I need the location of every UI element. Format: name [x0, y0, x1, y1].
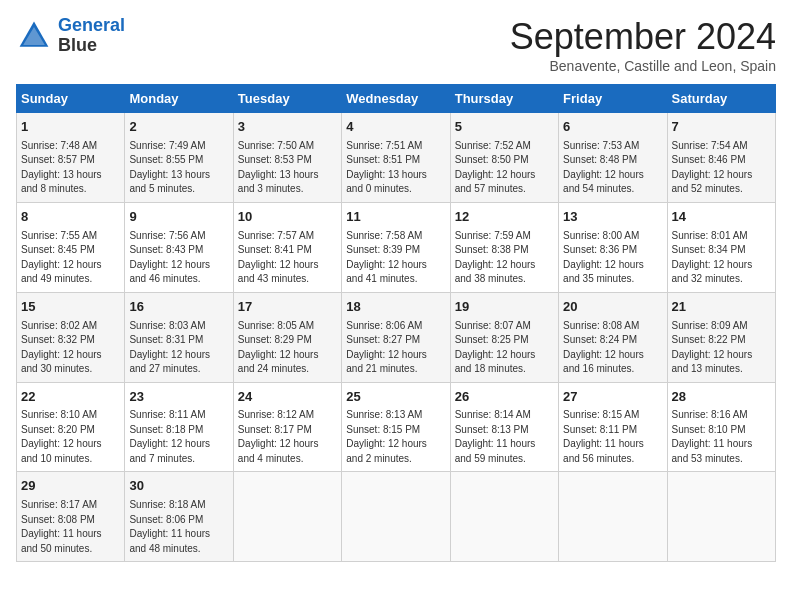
weekday-header-wednesday: Wednesday	[342, 85, 450, 113]
day-info-line: Daylight: 12 hours	[129, 348, 228, 363]
calendar-cell: 25Sunrise: 8:13 AMSunset: 8:15 PMDayligh…	[342, 382, 450, 472]
day-info-line: Sunrise: 8:10 AM	[21, 408, 120, 423]
day-info-line: and 7 minutes.	[129, 452, 228, 467]
day-info-line: Sunrise: 7:56 AM	[129, 229, 228, 244]
calendar-cell: 30Sunrise: 8:18 AMSunset: 8:06 PMDayligh…	[125, 472, 233, 562]
day-number: 6	[563, 118, 662, 137]
day-info-line: Sunrise: 7:57 AM	[238, 229, 337, 244]
day-info-line: Sunrise: 7:50 AM	[238, 139, 337, 154]
day-info-line: Sunset: 8:27 PM	[346, 333, 445, 348]
day-info-line: Sunrise: 8:08 AM	[563, 319, 662, 334]
weekday-header-saturday: Saturday	[667, 85, 775, 113]
day-info-line: Daylight: 12 hours	[672, 168, 771, 183]
day-info-line: Sunrise: 8:16 AM	[672, 408, 771, 423]
day-number: 20	[563, 298, 662, 317]
calendar-cell: 22Sunrise: 8:10 AMSunset: 8:20 PMDayligh…	[17, 382, 125, 472]
day-info-line: and 41 minutes.	[346, 272, 445, 287]
day-info-line: Daylight: 12 hours	[346, 437, 445, 452]
day-info-line: and 48 minutes.	[129, 542, 228, 557]
day-info-line: Sunrise: 8:06 AM	[346, 319, 445, 334]
day-info-line: Daylight: 13 hours	[346, 168, 445, 183]
calendar-cell: 9Sunrise: 7:56 AMSunset: 8:43 PMDaylight…	[125, 202, 233, 292]
week-row-5: 29Sunrise: 8:17 AMSunset: 8:08 PMDayligh…	[17, 472, 776, 562]
day-number: 5	[455, 118, 554, 137]
day-info-line: Sunrise: 7:55 AM	[21, 229, 120, 244]
day-info-line: Daylight: 12 hours	[238, 258, 337, 273]
day-number: 9	[129, 208, 228, 227]
day-info-line: and 24 minutes.	[238, 362, 337, 377]
calendar-cell: 7Sunrise: 7:54 AMSunset: 8:46 PMDaylight…	[667, 113, 775, 203]
day-number: 14	[672, 208, 771, 227]
day-info-line: Daylight: 12 hours	[563, 348, 662, 363]
calendar-cell: 26Sunrise: 8:14 AMSunset: 8:13 PMDayligh…	[450, 382, 558, 472]
calendar-cell: 27Sunrise: 8:15 AMSunset: 8:11 PMDayligh…	[559, 382, 667, 472]
calendar-cell: 3Sunrise: 7:50 AMSunset: 8:53 PMDaylight…	[233, 113, 341, 203]
calendar-cell: 21Sunrise: 8:09 AMSunset: 8:22 PMDayligh…	[667, 292, 775, 382]
logo-text: General Blue	[58, 16, 125, 56]
day-info-line: Sunset: 8:57 PM	[21, 153, 120, 168]
day-number: 10	[238, 208, 337, 227]
day-info-line: Sunset: 8:29 PM	[238, 333, 337, 348]
day-number: 17	[238, 298, 337, 317]
calendar-cell	[450, 472, 558, 562]
day-info-line: Sunset: 8:43 PM	[129, 243, 228, 258]
calendar-cell: 18Sunrise: 8:06 AMSunset: 8:27 PMDayligh…	[342, 292, 450, 382]
day-number: 22	[21, 388, 120, 407]
day-info-line: and 46 minutes.	[129, 272, 228, 287]
day-info-line: Sunrise: 8:15 AM	[563, 408, 662, 423]
day-info-line: Sunrise: 8:03 AM	[129, 319, 228, 334]
day-info-line: Sunrise: 8:01 AM	[672, 229, 771, 244]
day-info-line: Sunrise: 7:58 AM	[346, 229, 445, 244]
month-title: September 2024	[510, 16, 776, 58]
day-info-line: Daylight: 13 hours	[21, 168, 120, 183]
calendar-cell: 8Sunrise: 7:55 AMSunset: 8:45 PMDaylight…	[17, 202, 125, 292]
day-info-line: and 18 minutes.	[455, 362, 554, 377]
calendar-cell: 14Sunrise: 8:01 AMSunset: 8:34 PMDayligh…	[667, 202, 775, 292]
day-info-line: Sunset: 8:13 PM	[455, 423, 554, 438]
day-info-line: Daylight: 13 hours	[129, 168, 228, 183]
day-info-line: Sunrise: 8:00 AM	[563, 229, 662, 244]
day-info-line: Sunset: 8:20 PM	[21, 423, 120, 438]
week-row-2: 8Sunrise: 7:55 AMSunset: 8:45 PMDaylight…	[17, 202, 776, 292]
day-info-line: Sunrise: 7:48 AM	[21, 139, 120, 154]
day-info-line: Daylight: 12 hours	[21, 437, 120, 452]
day-info-line: Daylight: 12 hours	[346, 348, 445, 363]
logo-icon	[16, 18, 52, 54]
day-info-line: and 56 minutes.	[563, 452, 662, 467]
day-info-line: Sunrise: 8:05 AM	[238, 319, 337, 334]
day-info-line: Daylight: 12 hours	[672, 258, 771, 273]
day-number: 18	[346, 298, 445, 317]
day-info-line: and 2 minutes.	[346, 452, 445, 467]
day-number: 2	[129, 118, 228, 137]
day-info-line: Daylight: 12 hours	[455, 168, 554, 183]
day-info-line: and 57 minutes.	[455, 182, 554, 197]
day-info-line: Sunset: 8:36 PM	[563, 243, 662, 258]
day-info-line: Daylight: 11 hours	[129, 527, 228, 542]
day-info-line: Daylight: 12 hours	[129, 437, 228, 452]
day-info-line: Daylight: 13 hours	[238, 168, 337, 183]
calendar-cell	[233, 472, 341, 562]
week-row-3: 15Sunrise: 8:02 AMSunset: 8:32 PMDayligh…	[17, 292, 776, 382]
day-number: 13	[563, 208, 662, 227]
day-number: 24	[238, 388, 337, 407]
day-info-line: and 10 minutes.	[21, 452, 120, 467]
day-number: 15	[21, 298, 120, 317]
day-info-line: Daylight: 12 hours	[672, 348, 771, 363]
day-info-line: and 50 minutes.	[21, 542, 120, 557]
day-info-line: Daylight: 12 hours	[21, 348, 120, 363]
day-info-line: Daylight: 11 hours	[455, 437, 554, 452]
day-number: 29	[21, 477, 120, 496]
calendar-table: SundayMondayTuesdayWednesdayThursdayFrid…	[16, 84, 776, 562]
day-info-line: Sunrise: 7:49 AM	[129, 139, 228, 154]
day-info-line: and 8 minutes.	[21, 182, 120, 197]
day-info-line: Daylight: 12 hours	[238, 437, 337, 452]
day-number: 21	[672, 298, 771, 317]
day-info-line: Sunrise: 7:52 AM	[455, 139, 554, 154]
calendar-cell: 23Sunrise: 8:11 AMSunset: 8:18 PMDayligh…	[125, 382, 233, 472]
day-info-line: Sunset: 8:34 PM	[672, 243, 771, 258]
calendar-cell: 15Sunrise: 8:02 AMSunset: 8:32 PMDayligh…	[17, 292, 125, 382]
day-info-line: and 21 minutes.	[346, 362, 445, 377]
logo-line2: Blue	[58, 35, 97, 55]
day-info-line: and 43 minutes.	[238, 272, 337, 287]
day-info-line: Sunrise: 8:13 AM	[346, 408, 445, 423]
